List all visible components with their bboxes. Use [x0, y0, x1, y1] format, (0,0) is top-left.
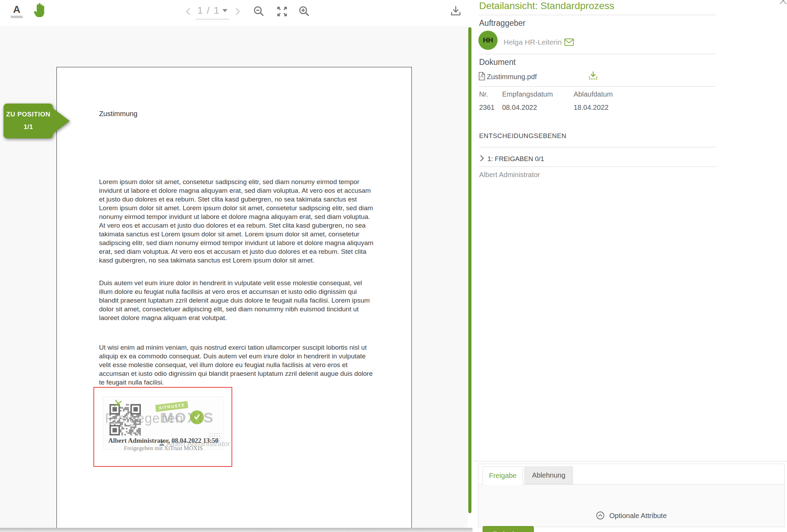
text-select-tool[interactable]: A	[10, 4, 23, 18]
ribbon-arrow	[53, 108, 70, 134]
tab-freigabe[interactable]: Freigabe	[483, 466, 523, 485]
download-icon	[588, 77, 598, 83]
client-heading: Auftraggeber	[479, 18, 525, 28]
meta-header-expiry: Ablaufdatum	[574, 90, 613, 98]
viewer-toolbar: A 1 / 1	[0, 0, 472, 26]
pdf-page: Zustimmung Lorem ipsum dolor sit amet, c…	[56, 67, 412, 532]
fit-screen-button[interactable]	[276, 6, 288, 19]
stamp-caption: Freigegeben mit XiTrust MOXIS	[103, 445, 224, 452]
file-name-link[interactable]: Zustimmung.pdf	[487, 73, 537, 81]
checkmark-icon	[192, 412, 202, 423]
pdf-file-icon	[478, 72, 485, 82]
optional-attributes-label: Optionale Attribute	[610, 512, 667, 519]
divider	[479, 147, 716, 147]
avatar: HH	[478, 31, 498, 50]
panel-title: Detailansicht: Standardprozess	[479, 0, 614, 12]
chevron-right-icon	[234, 11, 241, 17]
decision-levels-heading: ENTSCHEIDUNGSEBENEN	[479, 132, 566, 140]
document-section-heading: Dokument	[479, 58, 516, 67]
email-icon[interactable]	[564, 38, 574, 47]
moxis-logo-text: MOXIS	[161, 410, 214, 426]
page-number: 1 / 1	[197, 5, 220, 16]
detail-panel: Detailansicht: Standardprozess Auftragge…	[472, 0, 787, 532]
tab-ablehnung[interactable]: Ablehnung	[524, 466, 573, 484]
chevron-right-icon	[479, 157, 485, 163]
document-heading: Zustimmung	[99, 110, 137, 118]
next-page-button[interactable]	[234, 7, 241, 17]
divider	[479, 15, 716, 15]
zoom-in-button[interactable]	[298, 6, 310, 19]
zoom-out-button[interactable]	[253, 6, 265, 19]
chevron-left-icon	[184, 11, 192, 17]
action-tab-box: Optionale Attribute Freigeben Freigabe A…	[478, 464, 785, 527]
stamp-signer-line: Albert Administrator, 08.04.2022 13:50	[103, 437, 224, 444]
meta-value-received: 08.04.2022	[502, 104, 537, 112]
approver-name: Albert Administrator	[479, 171, 540, 179]
chevron-up-circle-icon	[596, 512, 610, 519]
meta-header-nr: Nr.	[479, 90, 488, 98]
zoom-in-icon	[298, 13, 310, 18]
meta-value-expiry: 18.04.2022	[574, 104, 608, 112]
divider	[474, 461, 787, 462]
download-document-button[interactable]	[450, 5, 462, 19]
text-select-label: A	[10, 4, 23, 15]
document-paragraph: Ut wisi enim ad minim veniam, quis nostr…	[99, 343, 376, 387]
ribbon-count: 1/1	[3, 123, 53, 131]
client-name: Helga HR-Leiterin	[504, 38, 562, 46]
meta-header-received: Empfangsdatum	[502, 90, 553, 98]
text-select-underline	[11, 16, 23, 18]
panel-scrollbar[interactable]	[468, 27, 471, 513]
prev-page-button[interactable]	[184, 7, 192, 17]
hand-icon	[33, 13, 47, 18]
decision-level-row[interactable]: 1: FREIGABEN 0/1	[479, 154, 485, 165]
fullscreen-icon	[276, 13, 288, 18]
document-paragraph: Duis autem vel eum iriure dolor in hendr…	[99, 279, 376, 322]
moxis-check-badge	[190, 410, 204, 424]
tab-content: Optionale Attribute Freigeben	[478, 484, 784, 527]
zoom-out-icon	[253, 13, 265, 18]
divider	[479, 166, 716, 167]
horizontal-scrollbar[interactable]	[0, 528, 472, 532]
ribbon-label: ZU POSITION	[3, 111, 53, 118]
optional-attributes-toggle[interactable]: Optionale Attribute	[478, 511, 784, 520]
meta-value-nr: 2361	[479, 104, 495, 112]
zu-position-ribbon[interactable]: ZU POSITION 1/1	[3, 104, 53, 138]
divider	[479, 54, 716, 54]
moxis-app: A 1 / 1	[0, 0, 787, 532]
divider	[479, 86, 716, 87]
download-file-button[interactable]	[588, 70, 598, 83]
decision-level-label: 1: FREIGABEN 0/1	[487, 155, 544, 163]
close-icon[interactable]	[779, 0, 787, 7]
caret-down-icon	[222, 9, 227, 12]
page-indicator[interactable]: 1 / 1	[196, 5, 229, 20]
viewer-canvas[interactable]: Zustimmung Lorem ipsum dolor sit amet, c…	[0, 26, 468, 528]
document-paragraph: Lorem ipsum dolor sit amet, consetetur s…	[99, 177, 376, 265]
download-icon	[450, 13, 462, 18]
approve-button[interactable]: Freigeben	[483, 526, 534, 532]
qr-green-mark-icon	[113, 398, 123, 410]
pan-tool-button[interactable]	[33, 2, 47, 19]
